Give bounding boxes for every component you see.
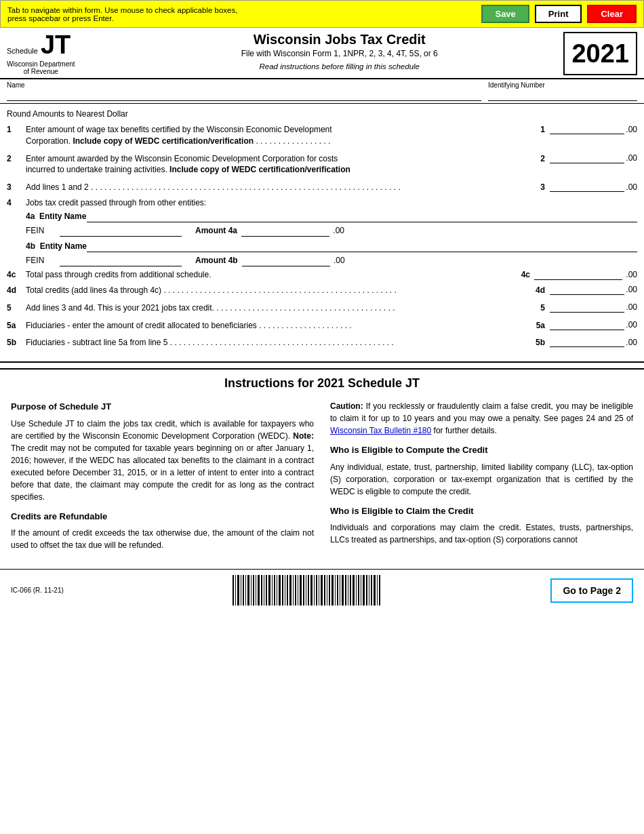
line-5b-input-box: .00 [549,337,637,347]
svg-rect-27 [303,575,304,605]
line-5b-input[interactable] [550,337,624,347]
entity-4a-input[interactable] [87,210,637,222]
amount-4b-input[interactable] [242,254,330,266]
amount-4a-label: Amount 4a [195,226,237,235]
line-3-input[interactable] [550,182,624,192]
barcode-svg [233,575,382,605]
svg-rect-16 [274,575,275,605]
year-box: 2021 [563,32,637,75]
line-5b-num: 5b [7,337,26,347]
section-4-header: 4 Jobs tax credit passed through from ot… [7,198,637,207]
line-2-input[interactable] [550,153,624,163]
svg-rect-14 [268,575,270,605]
line-5a-text: Fiduciaries - enter the amount of credit… [26,320,529,332]
svg-rect-28 [306,575,306,605]
svg-rect-2 [237,575,239,605]
svg-rect-40 [337,575,338,605]
line-4c: 4c Total pass through credits from addit… [7,270,637,280]
schedule-letters: JT [41,32,71,58]
line-5: 5 Add lines 3 and 4d. This is your 2021 … [7,301,637,315]
svg-rect-18 [279,575,281,605]
svg-rect-56 [379,575,380,605]
print-button[interactable]: Print [535,5,582,23]
line-1-input[interactable] [550,124,624,134]
id-input[interactable] [488,89,637,101]
entity-4a-label: 4a Entity Name [26,212,87,221]
fein-4b-input[interactable] [60,254,182,266]
form-number: IC-066 (R. 11-21) [11,587,64,594]
svg-rect-3 [241,575,241,605]
line-5a-ref: 5a [529,320,549,330]
svg-rect-26 [300,575,302,605]
fein-4a-input[interactable] [60,224,182,237]
clear-button[interactable]: Clear [587,5,637,23]
svg-rect-53 [371,575,372,605]
line-5a: 5a Fiduciaries - enter the amount of cre… [7,319,637,333]
line-2-text: Enter amount awarded by the Wisconsin Ec… [26,153,529,176]
name-input[interactable] [7,89,481,101]
line-3-ref: 3 [529,182,549,192]
main-title: Wisconsin Jobs Tax Credit [122,32,557,47]
purpose-heading: Purpose of Schedule JT [11,400,314,414]
svg-rect-0 [233,575,234,605]
line-3-text: Add lines 1 and 2 . . . . . . . . . . . … [26,182,529,193]
svg-rect-11 [261,575,262,605]
svg-rect-38 [331,575,334,605]
line-4d-input[interactable] [550,285,624,295]
amount-4b-cents: .00 [331,256,345,265]
goto-page2-button[interactable]: Go to Page 2 [550,578,633,603]
wi-dept: Wisconsin Departmentof Revenue [7,60,75,75]
svg-rect-30 [310,575,313,605]
caution-link[interactable]: Wisconsin Tax Bulletin #180 [330,426,431,435]
svg-rect-44 [348,575,348,605]
line-4c-text: Total pass through credits from addition… [26,270,521,279]
svg-rect-10 [258,575,260,605]
eligible-compute-heading: Who is Eligible to Compute the Credit [330,443,633,457]
id-label: Identifying Number [488,81,637,89]
line-1-ref: 1 [529,124,549,134]
line-5-input[interactable] [550,302,624,313]
svg-rect-29 [308,575,309,605]
col-right: Caution: If you recklessly or fraudulent… [330,400,633,558]
svg-rect-9 [256,575,256,605]
form-content: Round Amounts to Nearest Dollar 1 Enter … [0,104,644,356]
svg-rect-35 [324,575,325,605]
svg-rect-12 [264,575,264,605]
line-2-num: 2 [7,153,26,163]
line-5a-input-box: .00 [549,320,637,330]
save-button[interactable]: Save [481,5,529,23]
barcode-container [233,575,382,605]
top-bar-message: Tab to navigate within form. Use mouse t… [7,6,245,22]
svg-rect-6 [247,575,249,605]
entity-4b-input[interactable] [87,240,637,252]
entity-4a-row: 4a Entity Name [26,210,637,222]
name-label: Name [7,81,481,89]
id-field: Identifying Number [488,81,637,101]
svg-rect-8 [253,575,254,605]
line-1-num: 1 [7,124,26,134]
eligible-compute-para: Any individual, estate, trust, partnersh… [330,461,633,498]
line-5b-ref: 5b [529,337,549,347]
svg-rect-5 [245,575,246,605]
svg-rect-45 [350,575,351,605]
svg-rect-47 [356,575,357,605]
line-5b: 5b Fiduciaries - subtract line 5a from l… [7,336,637,350]
caution-heading: Caution: [330,401,363,411]
line-4d: 4d Total credits (add lines 4a through 4… [7,283,637,298]
fein-4b-row: FEIN Amount 4b .00 [26,254,637,266]
amount-4a-input[interactable] [241,224,329,237]
schedule-jt: Schedule JT [7,32,71,58]
line-5a-input[interactable] [550,320,624,330]
svg-rect-42 [342,575,344,605]
line-4c-input[interactable] [534,270,622,280]
svg-rect-31 [314,575,315,605]
svg-rect-36 [327,575,327,605]
entity-4b-row: 4b Entity Name [26,240,637,252]
svg-rect-20 [285,575,285,605]
line-2-cents: .00 [626,153,637,163]
svg-rect-4 [243,575,244,605]
line-5b-cents: .00 [626,338,637,347]
svg-rect-49 [361,575,361,605]
footer-section: IC-066 (R. 11-21) [0,569,644,611]
svg-rect-32 [316,575,317,605]
